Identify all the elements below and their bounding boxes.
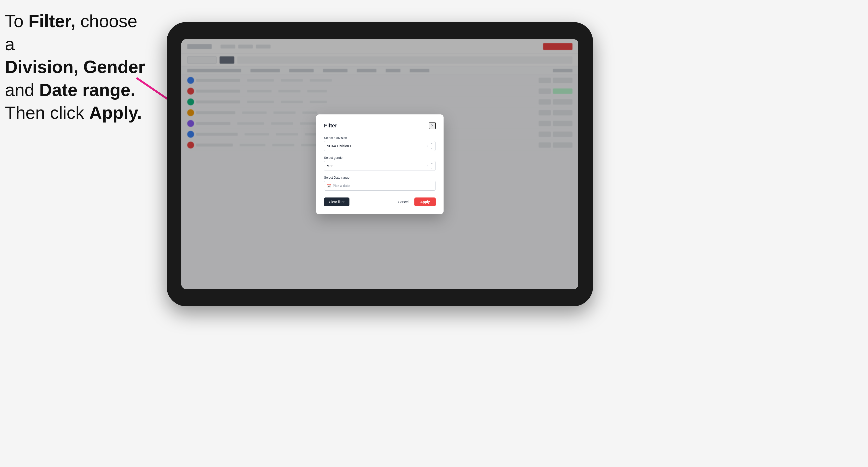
division-clear-icon[interactable]: × [426, 144, 430, 148]
clear-filter-button[interactable]: Clear filter [324, 197, 349, 206]
date-placeholder: Pick a date [333, 184, 350, 188]
instruction-and: and Date range. [5, 80, 135, 100]
date-label: Select Date range [324, 176, 436, 179]
gender-chevron-icon: ⌃⌄ [431, 162, 433, 169]
close-button[interactable]: × [429, 122, 436, 129]
gender-clear-icon[interactable]: × [426, 164, 430, 168]
division-gender-bold: Division, Gender [5, 57, 145, 77]
modal-title: Filter [324, 123, 337, 129]
modal-footer: Clear filter Cancel Apply [324, 197, 436, 206]
modal-backdrop: Filter × Select a division NCAA Division… [181, 39, 578, 289]
gender-value: Men [327, 164, 426, 168]
division-value: NCAA Division I [327, 144, 426, 148]
calendar-icon: 📅 [327, 184, 331, 188]
instruction-line1: To Filter, choose a [5, 11, 137, 54]
date-range-bold: Date range. [39, 80, 135, 100]
apply-button[interactable]: Apply [414, 197, 436, 206]
instruction-then: Then click Apply. [5, 103, 142, 123]
apply-bold: Apply. [89, 103, 142, 123]
division-form-group: Select a division NCAA Division I × ⌃⌄ [324, 136, 436, 151]
gender-select[interactable]: Men × ⌃⌄ [324, 161, 436, 171]
date-form-group: Select Date range 📅 Pick a date [324, 176, 436, 191]
modal-header: Filter × [324, 122, 436, 129]
instruction-block: To Filter, choose a Division, Gender and… [5, 10, 147, 124]
tablet-frame: Filter × Select a division NCAA Division… [167, 22, 593, 306]
tablet-screen: Filter × Select a division NCAA Division… [181, 39, 578, 289]
gender-label: Select gender [324, 156, 436, 159]
footer-right-actions: Cancel Apply [394, 197, 436, 206]
date-picker[interactable]: 📅 Pick a date [324, 181, 436, 191]
division-select[interactable]: NCAA Division I × ⌃⌄ [324, 141, 436, 151]
filter-bold: Filter, [28, 11, 75, 31]
gender-form-group: Select gender Men × ⌃⌄ [324, 156, 436, 171]
division-chevron-icon: ⌃⌄ [431, 143, 433, 150]
division-label: Select a division [324, 136, 436, 139]
cancel-button[interactable]: Cancel [394, 197, 413, 206]
filter-modal: Filter × Select a division NCAA Division… [316, 115, 443, 214]
